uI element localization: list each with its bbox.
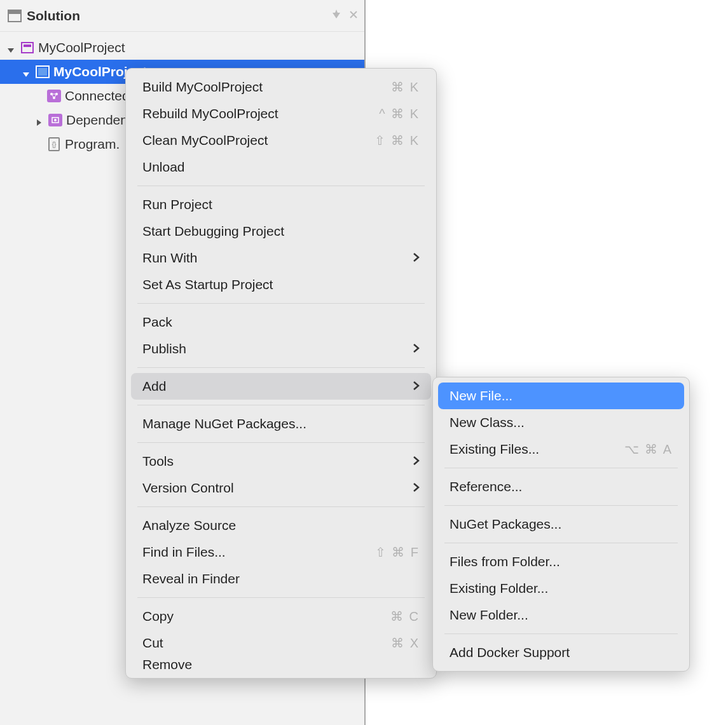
menu-separator — [137, 506, 425, 507]
menu-label: Run With — [142, 250, 197, 266]
submenu-existing-folder[interactable]: Existing Folder... — [433, 575, 689, 602]
menu-label: Find in Files... — [142, 545, 226, 560]
submenu-nuget[interactable]: NuGet Packages... — [433, 511, 689, 538]
menu-label: New File... — [450, 388, 512, 403]
panel-title: Solution — [27, 8, 80, 24]
menu-label: New Class... — [450, 415, 525, 430]
menu-tools[interactable]: Tools — [126, 448, 436, 475]
menu-label: Files from Folder... — [450, 554, 560, 569]
pin-icon[interactable] — [331, 9, 341, 22]
submenu-new-folder[interactable]: New Folder... — [433, 602, 689, 628]
panel-header: Solution — [0, 0, 364, 32]
menu-label: Start Debugging Project — [142, 224, 284, 239]
menu-label: Pack — [142, 315, 172, 330]
connected-label: Connected — [65, 88, 130, 104]
submenu-new-class[interactable]: New Class... — [433, 409, 689, 436]
menu-label: Run Project — [142, 197, 212, 212]
menu-separator — [444, 468, 678, 468]
menu-start-debugging[interactable]: Start Debugging Project — [126, 218, 436, 245]
submenu-docker[interactable]: Add Docker Support — [433, 639, 689, 666]
solution-header-icon — [8, 9, 22, 23]
menu-label: Reveal in Finder — [142, 571, 240, 586]
shortcut: ^ ⌘ K — [379, 106, 420, 121]
menu-label: Manage NuGet Packages... — [142, 416, 306, 431]
csproj-icon — [36, 65, 50, 79]
menu-separator — [444, 505, 678, 506]
menu-find-in-files[interactable]: Find in Files... ⇧ ⌘ F — [126, 539, 436, 566]
menu-version-control[interactable]: Version Control — [126, 475, 436, 501]
shortcut: ⌘ K — [391, 79, 420, 95]
shortcut: ⌘ C — [390, 609, 420, 624]
shortcut: ⇧ ⌘ K — [374, 133, 420, 148]
menu-cut[interactable]: Cut ⌘ X — [126, 630, 436, 656]
chevron-right-icon — [412, 341, 420, 356]
menu-separator — [137, 597, 425, 598]
menu-separator — [137, 186, 425, 186]
shortcut: ⌥ ⌘ A — [624, 442, 673, 457]
menu-label: Copy — [142, 609, 174, 624]
connected-services-icon — [47, 89, 61, 103]
submenu-new-file[interactable]: New File... — [438, 383, 684, 409]
menu-separator — [137, 442, 425, 443]
submenu-files-from-folder[interactable]: Files from Folder... — [433, 548, 689, 575]
menu-run-with[interactable]: Run With — [126, 245, 436, 271]
menu-separator — [444, 634, 678, 634]
chevron-right-icon — [412, 480, 420, 496]
submenu-reference[interactable]: Reference... — [433, 473, 689, 500]
menu-reveal-finder[interactable]: Reveal in Finder — [126, 566, 436, 592]
menu-manage-nuget[interactable]: Manage NuGet Packages... — [126, 410, 436, 437]
menu-label: Set As Startup Project — [142, 277, 273, 292]
menu-label: Remove — [142, 657, 192, 672]
menu-label: Version Control — [142, 480, 234, 496]
shortcut: ⌘ X — [391, 635, 420, 651]
menu-build[interactable]: Build MyCoolProject ⌘ K — [126, 74, 436, 100]
disclosure-icon[interactable] — [34, 115, 45, 125]
menu-label: Rebuild MyCoolProject — [142, 106, 278, 121]
menu-label: Add — [142, 379, 166, 394]
menu-label: Existing Files... — [450, 442, 539, 457]
menu-label: Clean MyCoolProject — [142, 133, 268, 148]
menu-label: NuGet Packages... — [450, 517, 561, 532]
menu-copy[interactable]: Copy ⌘ C — [126, 603, 436, 630]
shortcut: ⇧ ⌘ F — [375, 545, 420, 560]
disclosure-icon[interactable] — [6, 43, 17, 53]
menu-label: Existing Folder... — [450, 581, 548, 596]
menu-separator — [137, 303, 425, 304]
menu-label: Cut — [142, 635, 163, 651]
menu-run-project[interactable]: Run Project — [126, 191, 436, 218]
menu-unload[interactable]: Unload — [126, 154, 436, 180]
solution-icon — [20, 41, 34, 55]
menu-label: Build MyCoolProject — [142, 79, 263, 95]
svg-rect-3 — [38, 68, 47, 76]
menu-remove[interactable]: Remove — [126, 656, 436, 673]
menu-analyze[interactable]: Analyze Source — [126, 512, 436, 539]
menu-set-startup[interactable]: Set As Startup Project — [126, 271, 436, 298]
menu-label: Add Docker Support — [450, 645, 570, 660]
context-menu: Build MyCoolProject ⌘ K Rebuild MyCoolPr… — [125, 68, 437, 679]
menu-pack[interactable]: Pack — [126, 309, 436, 335]
svg-point-8 — [54, 119, 57, 121]
disclosure-icon[interactable] — [22, 67, 32, 77]
menu-label: New Folder... — [450, 607, 528, 623]
svg-rect-1 — [8, 10, 21, 14]
cs-file-icon: {} — [47, 137, 61, 151]
menu-rebuild[interactable]: Rebuild MyCoolProject ^ ⌘ K — [126, 100, 436, 127]
submenu-add: New File... New Class... Existing Files.… — [432, 377, 690, 672]
close-icon[interactable] — [349, 9, 358, 22]
menu-label: Publish — [142, 341, 186, 356]
dependencies-icon — [48, 113, 62, 127]
program-label: Program. — [65, 137, 120, 152]
menu-label: Reference... — [450, 479, 522, 494]
chevron-right-icon — [412, 454, 420, 469]
submenu-existing-files[interactable]: Existing Files... ⌥ ⌘ A — [433, 436, 689, 463]
tree-solution-root[interactable]: MyCoolProject — [0, 36, 364, 60]
menu-separator — [137, 405, 425, 405]
solution-name: MyCoolProject — [38, 40, 125, 55]
menu-label: Unload — [142, 159, 185, 175]
menu-label: Analyze Source — [142, 518, 236, 533]
menu-clean[interactable]: Clean MyCoolProject ⇧ ⌘ K — [126, 127, 436, 154]
chevron-right-icon — [412, 379, 420, 394]
menu-publish[interactable]: Publish — [126, 335, 436, 362]
menu-separator — [444, 543, 678, 543]
menu-add[interactable]: Add — [131, 373, 431, 400]
